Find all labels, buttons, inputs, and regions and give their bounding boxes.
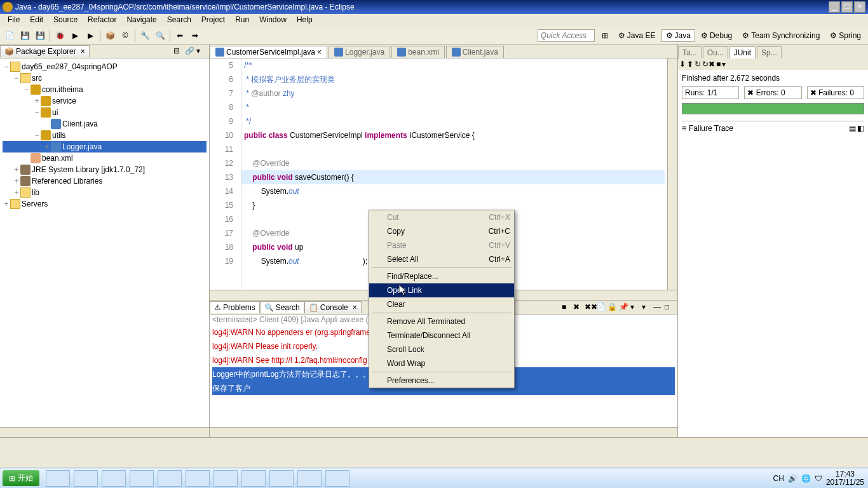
save-all-button[interactable]: 💾 xyxy=(33,29,47,43)
tray-icon[interactable]: 🛡 xyxy=(815,474,822,483)
maximize-button[interactable]: □ xyxy=(841,1,853,13)
new-class-button[interactable]: © xyxy=(118,29,132,43)
tree-item[interactable]: +Referenced Libraries xyxy=(3,175,207,187)
menu-item-scroll-lock[interactable]: Scroll Lock xyxy=(369,342,514,356)
junit-tab[interactable]: Ou... xyxy=(703,46,728,58)
search-button[interactable]: 🔍 xyxy=(153,29,167,43)
editor-tab[interactable]: Client.java xyxy=(446,46,504,58)
prev-failure-icon[interactable]: ⬆ xyxy=(687,60,693,69)
taskbar-app-5[interactable] xyxy=(158,470,182,487)
remove-all-icon[interactable]: ✖✖ xyxy=(585,302,595,313)
editor-tab[interactable]: Logger.java xyxy=(329,46,390,58)
menu-item-terminate-disconnect-all[interactable]: Terminate/Disconnect All xyxy=(369,329,514,342)
menu-item-open-link[interactable]: Open Link xyxy=(369,283,514,297)
junit-tab[interactable]: JUnit xyxy=(729,46,756,58)
tree-item[interactable]: −com.itheima xyxy=(3,84,207,95)
run-last-button[interactable]: ▶ xyxy=(83,29,97,43)
close-button[interactable]: × xyxy=(854,1,865,13)
taskbar-app-7[interactable] xyxy=(214,470,238,487)
close-icon[interactable]: × xyxy=(317,48,322,57)
tree-item[interactable]: −src xyxy=(3,72,207,84)
menu-refactor[interactable]: Refactor xyxy=(83,14,121,27)
new-button[interactable]: 📄 xyxy=(3,29,17,43)
menu-item-remove-all-terminated[interactable]: Remove All Terminated xyxy=(369,315,514,329)
maximize-icon[interactable]: □ xyxy=(665,302,675,313)
tree-item[interactable]: bean.xml xyxy=(3,152,207,164)
perspective-debug[interactable]: ⚙Debug xyxy=(696,29,736,42)
start-button[interactable]: ⊞ 开始 xyxy=(3,470,39,486)
perspective-java[interactable]: ⚙Java xyxy=(661,29,695,42)
menu-file[interactable]: File xyxy=(3,14,25,27)
vertical-scrollbar[interactable] xyxy=(667,58,677,290)
taskbar-app-6[interactable] xyxy=(186,470,210,487)
editor-tab[interactable]: CustomerServiceImpl.java × xyxy=(210,46,327,58)
taskbar-app-2[interactable] xyxy=(74,470,98,487)
tree-item[interactable]: +JRE System Library [jdk1.7.0_72] xyxy=(3,164,207,175)
editor-tab[interactable]: bean.xml xyxy=(391,46,445,58)
problems-tab[interactable]: ⚠ Problems xyxy=(210,301,260,313)
back-button[interactable]: ⬅ xyxy=(173,29,187,43)
tree-item[interactable]: −day65_ee287_04springAOP xyxy=(3,61,207,72)
junit-tab[interactable]: Ta... xyxy=(678,46,702,58)
next-failure-icon[interactable]: ⬇ xyxy=(679,60,686,69)
system-clock[interactable]: 17:43 2017/11/25 xyxy=(826,470,864,487)
tree-item[interactable]: Client.java xyxy=(3,118,207,130)
menu-item-cut[interactable]: CutCtrl+X xyxy=(369,210,514,224)
menu-item-word-wrap[interactable]: Word Wrap xyxy=(369,356,514,370)
ime-indicator[interactable]: CH xyxy=(773,474,784,483)
new-package-button[interactable]: 📦 xyxy=(103,29,117,43)
collapse-all-icon[interactable]: ⊟ xyxy=(173,46,184,57)
tree-item[interactable]: +Servers xyxy=(3,198,207,210)
close-icon[interactable]: × xyxy=(81,47,85,56)
search-tab[interactable]: 🔍 Search xyxy=(260,301,304,313)
menu-item-select-all[interactable]: Select AllCtrl+A xyxy=(369,252,514,266)
open-type-button[interactable]: 🔧 xyxy=(138,29,152,43)
menu-run[interactable]: Run xyxy=(230,14,254,27)
menu-item-paste[interactable]: PasteCtrl+V xyxy=(369,238,514,252)
taskbar-app-8[interactable] xyxy=(241,470,266,487)
menu-edit[interactable]: Edit xyxy=(25,14,48,27)
tray-icon[interactable]: 🌐 xyxy=(801,474,811,483)
taskbar-app-3[interactable] xyxy=(102,470,126,487)
scroll-lock-icon[interactable]: 🔒 xyxy=(607,302,618,313)
open-perspective-button[interactable]: ⊞ xyxy=(597,29,613,42)
taskbar-app-10[interactable] xyxy=(297,470,322,487)
minimize-icon[interactable]: — xyxy=(653,302,663,313)
perspective-team-synchronizing[interactable]: ⚙Team Synchronizing xyxy=(738,29,824,42)
menu-navigate[interactable]: Navigate xyxy=(121,14,161,27)
menu-item-preferences---[interactable]: Preferences... xyxy=(369,374,514,388)
package-explorer-tab[interactable]: 📦 Package Explorer × xyxy=(0,45,90,57)
quick-access-input[interactable] xyxy=(538,29,595,42)
open-console-icon[interactable]: ▾ xyxy=(642,302,652,313)
menu-project[interactable]: Project xyxy=(196,14,230,27)
project-tree[interactable]: −day65_ee287_04springAOP−src−com.itheima… xyxy=(0,58,209,427)
compare-icon[interactable]: ◧ xyxy=(857,124,864,133)
menu-source[interactable]: Source xyxy=(48,14,83,27)
terminate-icon[interactable]: ■ xyxy=(562,302,572,313)
tray-icon[interactable]: 🔊 xyxy=(788,474,797,483)
tree-item[interactable]: −utils xyxy=(3,130,207,141)
taskbar-app-9[interactable] xyxy=(269,470,294,487)
menu-search[interactable]: Search xyxy=(162,14,196,27)
pin-console-icon[interactable]: 📌 xyxy=(619,302,629,313)
tree-item[interactable]: +lib xyxy=(3,187,207,198)
forward-button[interactable]: ➡ xyxy=(188,29,202,43)
rerun-icon[interactable]: ↻ xyxy=(695,60,701,69)
menu-item-copy[interactable]: CopyCtrl+C xyxy=(369,224,514,238)
save-button[interactable]: 💾 xyxy=(18,29,32,43)
tree-item[interactable]: +service xyxy=(3,95,207,107)
clear-console-icon[interactable]: 📄 xyxy=(596,302,606,313)
display-console-icon[interactable]: ▾ xyxy=(630,302,641,313)
debug-button[interactable]: 🐞 xyxy=(53,29,67,43)
menu-help[interactable]: Help xyxy=(292,14,318,27)
filter-icon[interactable]: ▤ xyxy=(849,124,856,133)
horizontal-scrollbar[interactable] xyxy=(0,427,209,437)
rerun-failed-icon[interactable]: ↻✖ xyxy=(702,60,715,69)
view-menu-icon[interactable]: ▾ xyxy=(196,46,207,57)
run-button[interactable]: ▶ xyxy=(68,29,82,43)
stop-icon[interactable]: ■ xyxy=(716,60,721,69)
console-tab[interactable]: 📋 Console × xyxy=(304,301,362,313)
remove-launch-icon[interactable]: ✖ xyxy=(573,302,583,313)
taskbar-app-4[interactable] xyxy=(130,470,154,487)
taskbar-app-1[interactable] xyxy=(46,470,70,487)
